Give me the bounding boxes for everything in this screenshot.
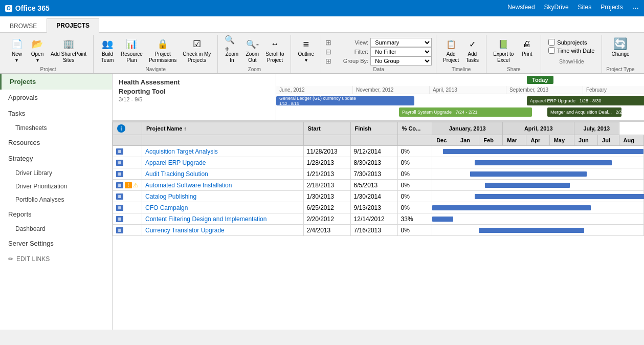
row-name[interactable]: Acquisition Target Analysis xyxy=(142,146,304,157)
sidebar-item-server-settings[interactable]: Server Settings xyxy=(0,235,112,251)
project-permissions-icon: 🔒 xyxy=(156,37,170,51)
ribbon-outline-label xyxy=(305,67,307,72)
project-permissions-label: ProjectPermissions xyxy=(149,51,176,63)
row-gantt xyxy=(432,202,644,213)
change-button[interactable]: 🔄 Change xyxy=(609,35,632,59)
nav-more[interactable]: ··· xyxy=(632,4,639,13)
row-icon-cell: ▦!⚠ xyxy=(113,180,142,191)
th-pct2 xyxy=(397,135,432,146)
project-link[interactable]: Apparel ERP Upgrade xyxy=(145,159,206,166)
group-label: Group By: xyxy=(334,58,368,64)
subprojects-checkbox[interactable] xyxy=(548,39,555,46)
data-group-row: ⊞ Group By: No Group Department xyxy=(325,56,432,66)
add-sharepoint-icon: 🏢 xyxy=(61,37,76,51)
filter-label: Filter: xyxy=(334,49,368,55)
project-link[interactable]: Automated Software Installation xyxy=(145,182,232,189)
info-icon: i xyxy=(117,124,125,133)
sidebar-item-driver-library[interactable]: Driver Library xyxy=(0,166,112,180)
group-icon: ⊞ xyxy=(325,57,331,65)
th-may: May xyxy=(549,135,574,146)
group-select[interactable]: No Group Department xyxy=(370,56,432,66)
nav-sites[interactable]: Sites xyxy=(578,4,592,13)
project-link[interactable]: Currency Translator Upgrade xyxy=(145,227,225,234)
sidebar-item-driver-prioritization[interactable]: Driver Prioritization xyxy=(0,180,112,193)
ribbon: 📄 New▾ 📂 Open▾ 🏢 Add SharePointSites Pro… xyxy=(0,33,644,74)
th-finish[interactable]: Finish xyxy=(350,122,397,135)
outline-button[interactable]: ≡ Outline▾ xyxy=(295,35,317,66)
row-finish: 9/13/2013 xyxy=(350,202,397,213)
sidebar-item-strategy[interactable]: Strategy xyxy=(0,150,112,166)
print-button[interactable]: 🖨 Print xyxy=(517,35,537,59)
build-team-button[interactable]: 👥 BuildTeam xyxy=(98,35,117,66)
nav-skydrive[interactable]: SkyDrive xyxy=(544,4,569,13)
check-in-button[interactable]: ☑ Check in MyProjects xyxy=(180,35,213,66)
scroll-to-project-button[interactable]: ↔ Scroll toProject xyxy=(263,35,286,66)
timewith-checkbox[interactable] xyxy=(548,47,555,54)
project-permissions-button[interactable]: 🔒 ProjectPermissions xyxy=(146,35,179,66)
sidebar-item-approvals[interactable]: Approvals xyxy=(0,90,112,105)
gantt-bar-payroll: Payroll System Upgrade 7/24 - 2/21 xyxy=(399,107,532,117)
ribbon-share-buttons: 📗 Export toExcel 🖨 Print xyxy=(491,35,537,66)
sidebar-item-timesheets[interactable]: Timesheets xyxy=(0,121,112,135)
project-link[interactable]: CFO Campaign xyxy=(145,204,188,211)
new-button[interactable]: 📄 New▾ xyxy=(7,35,27,66)
month-apr-2013: April, 2013 xyxy=(430,86,506,94)
table-row: ▦Catalog Publishing1/30/20131/30/20140% xyxy=(113,191,644,202)
sidebar-item-reports[interactable]: Reports xyxy=(0,206,112,222)
sidebar-item-portfolio-analyses[interactable]: Portfolio Analyses xyxy=(0,193,112,206)
check-in-label: Check in MyProjects xyxy=(183,51,211,63)
month-jun-2012: June, 2012 xyxy=(276,86,353,94)
build-team-label: BuildTeam xyxy=(101,51,114,63)
add-sharepoint-button[interactable]: 🏢 Add SharePointSites xyxy=(48,35,89,66)
row-name[interactable]: CFO Campaign xyxy=(142,202,304,213)
sidebar: Projects Approvals Tasks Timesheets Reso… xyxy=(0,74,113,330)
zoom-out-button[interactable]: 🔍- ZoomOut xyxy=(242,35,262,66)
tab-projects[interactable]: PROJECTS xyxy=(47,18,99,33)
project-link[interactable]: Acquisition Target Analysis xyxy=(145,148,218,155)
row-name[interactable]: Apparel ERP Upgrade xyxy=(142,157,304,168)
project-link[interactable]: Catalog Publishing xyxy=(145,193,196,200)
row-name[interactable]: Currency Translator Upgrade xyxy=(142,225,304,236)
th-start[interactable]: Start xyxy=(303,122,350,135)
th-name[interactable]: Project Name ↑ xyxy=(142,122,304,135)
add-sharepoint-label: Add SharePointSites xyxy=(51,51,86,63)
tab-browse[interactable]: BROWSE xyxy=(0,19,47,33)
months-row: June, 2012 November, 2012 April, 2013 Se… xyxy=(276,86,644,94)
export-excel-icon: 📗 xyxy=(496,37,510,51)
filter-select[interactable]: No Filter Active xyxy=(370,47,432,56)
gantt-header: Health AssessmentReporting Tool 3/12 - 9… xyxy=(113,74,644,120)
top-nav: O Office 365 Newsfeed SkyDrive Sites Pro… xyxy=(0,0,644,16)
th-pct[interactable]: % Co... xyxy=(397,122,432,135)
nav-newsfeed[interactable]: Newsfeed xyxy=(507,4,535,13)
sidebar-item-projects[interactable]: Projects xyxy=(0,74,112,90)
add-project-button[interactable]: 📋 AddProject xyxy=(440,35,461,66)
zoom-out-label: ZoomOut xyxy=(246,51,259,63)
row-name[interactable]: Content Filtering Design and Implementat… xyxy=(142,213,304,225)
project-link[interactable]: Content Filtering Design and Implementat… xyxy=(145,215,267,223)
row-name[interactable]: Audit Tracking Solution xyxy=(142,168,304,180)
outline-icon: ≡ xyxy=(299,37,313,51)
outline-label: Outline▾ xyxy=(298,51,314,63)
ribbon-timeline-label: Timeline xyxy=(452,67,471,72)
sidebar-item-resources[interactable]: Resources xyxy=(0,135,112,150)
open-button[interactable]: 📂 Open▾ xyxy=(28,35,47,66)
add-tasks-button[interactable]: ✓ AddTasks xyxy=(462,35,482,66)
export-excel-button[interactable]: 📗 Export toExcel xyxy=(491,35,516,66)
sidebar-item-dashboard[interactable]: Dashboard xyxy=(0,222,112,235)
zoom-in-button[interactable]: 🔍+ ZoomIn xyxy=(222,35,241,66)
table-header-row: i Project Name ↑ Start Finish % Co... Ja… xyxy=(113,122,644,135)
sidebar-edit-links[interactable]: ✏ EDIT LINKS xyxy=(0,251,112,267)
project-link[interactable]: Audit Tracking Solution xyxy=(145,170,208,178)
nav-projects[interactable]: Projects xyxy=(601,4,623,13)
view-select[interactable]: Summary Detail All xyxy=(370,38,432,47)
zoom-out-icon: 🔍- xyxy=(245,37,259,51)
view-icon: ⊞ xyxy=(325,38,331,47)
ribbon-project-buttons: 📄 New▾ 📂 Open▾ 🏢 Add SharePointSites xyxy=(7,35,89,66)
ribbon-group-timeline: 📋 AddProject ✓ AddTasks Timeline xyxy=(436,35,486,73)
sidebar-item-tasks[interactable]: Tasks xyxy=(0,105,112,121)
row-name[interactable]: Automated Software Installation xyxy=(142,180,304,191)
row-name[interactable]: Catalog Publishing xyxy=(142,191,304,202)
subprojects-cb-row: Subprojects xyxy=(548,39,594,46)
print-icon: 🖨 xyxy=(520,37,534,51)
resource-plan-button[interactable]: 📊 ResourcePlan xyxy=(118,35,145,66)
